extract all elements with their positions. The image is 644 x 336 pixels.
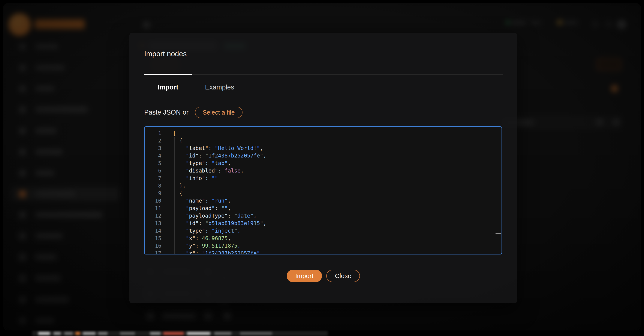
tab-baseline	[144, 74, 503, 75]
strip-blob	[38, 332, 50, 335]
line-number: 14	[144, 227, 161, 235]
code-text: {	[161, 190, 182, 197]
json-code-editor[interactable]: 1[2 {3 "label": "Hello World!",4 "id": "…	[144, 126, 502, 254]
strip-blob	[64, 332, 73, 335]
paste-row: Paste JSON or Select a file	[144, 106, 242, 119]
app-window: Import nodes Import Examples Paste JSON …	[3, 3, 641, 330]
strip-blob	[98, 332, 108, 335]
tab-examples[interactable]: Examples	[196, 82, 244, 93]
overview-ruler-mark	[496, 233, 501, 234]
code-text: "x": 46.96875,	[161, 235, 231, 242]
editor-line: 17 "z": "1f24387b252057fe",	[144, 250, 502, 254]
line-number: 3	[144, 144, 161, 152]
line-number: 17	[144, 250, 161, 254]
editor-line: 10 "name": "run",	[144, 197, 502, 205]
editor-line: 5 "type": "tab",	[144, 159, 502, 167]
code-text: },	[161, 182, 186, 190]
editor-line: 2 {	[144, 137, 502, 144]
line-number: 1	[144, 129, 161, 137]
editor-line: 14 "type": "inject",	[144, 227, 502, 235]
strip-blob	[120, 332, 135, 335]
line-number: 5	[144, 159, 161, 167]
background-window-strip	[0, 330, 644, 336]
code-text: "z": "1f24387b252057fe",	[161, 250, 263, 254]
code-text: "disabled": false,	[161, 167, 244, 175]
code-text: "payload": "",	[161, 205, 231, 212]
code-text: "type": "tab",	[161, 159, 231, 167]
line-number: 13	[144, 220, 161, 227]
active-tab-indicator	[144, 74, 192, 75]
editor-line: 6 "disabled": false,	[144, 167, 502, 175]
line-number: 15	[144, 235, 161, 242]
import-button[interactable]: Import	[287, 270, 322, 282]
code-text: [	[161, 129, 176, 137]
editor-line: 1[	[144, 129, 502, 137]
editor-line: 15 "x": 46.96875,	[144, 235, 502, 242]
dialog-title: Import nodes	[144, 50, 186, 58]
line-number: 6	[144, 167, 161, 175]
editor-line: 4 "id": "1f24387b252057fe",	[144, 152, 502, 159]
editor-line: 12 "payloadType": "date",	[144, 212, 502, 220]
code-text: "info": ""	[161, 175, 218, 182]
code-text: "label": "Hello World!",	[161, 144, 263, 152]
strip-blob	[214, 332, 232, 335]
line-number: 4	[144, 152, 161, 159]
line-number: 12	[144, 212, 161, 220]
line-number: 10	[144, 197, 161, 205]
line-number: 7	[144, 175, 161, 182]
editor-line: 9 {	[144, 190, 502, 197]
strip-blob	[163, 332, 184, 335]
code-text: {	[161, 137, 182, 144]
close-button[interactable]: Close	[326, 270, 360, 282]
editor-line: 8 },	[144, 182, 502, 190]
editor-line: 3 "label": "Hello World!",	[144, 144, 502, 152]
strip-blob	[240, 332, 272, 335]
editor-line: 11 "payload": "",	[144, 205, 502, 212]
strip-blob	[187, 332, 210, 335]
code-text: "id": "b51ab819b83e1915",	[161, 220, 266, 227]
dialog-actions: Import Close	[130, 270, 517, 282]
line-number: 9	[144, 190, 161, 197]
editor-lines: 1[2 {3 "label": "Hello World!",4 "id": "…	[144, 129, 502, 254]
import-nodes-dialog: Import nodes Import Examples Paste JSON …	[130, 33, 517, 303]
code-text: "payloadType": "date",	[161, 212, 257, 220]
line-number: 2	[144, 137, 161, 144]
code-text: "y": 99.51171875,	[161, 242, 240, 250]
tab-import[interactable]: Import	[144, 82, 192, 93]
strip-blob	[83, 332, 96, 335]
strip-blob	[150, 332, 161, 335]
paste-json-label: Paste JSON or	[144, 109, 188, 116]
code-text: "type": "inject",	[161, 227, 240, 235]
line-number: 16	[144, 242, 161, 250]
select-file-button[interactable]: Select a file	[195, 107, 242, 118]
strip-blob	[54, 332, 61, 335]
code-text: "name": "run",	[161, 197, 231, 205]
editor-line: 16 "y": 99.51171875,	[144, 242, 502, 250]
editor-line: 13 "id": "b51ab819b83e1915",	[144, 220, 502, 227]
code-text: "id": "1f24387b252057fe",	[161, 152, 266, 159]
screen: Import nodes Import Examples Paste JSON …	[0, 0, 644, 336]
line-number: 8	[144, 182, 161, 190]
strip-blob	[76, 332, 80, 335]
line-number: 11	[144, 205, 161, 212]
editor-line: 7 "info": ""	[144, 175, 502, 182]
